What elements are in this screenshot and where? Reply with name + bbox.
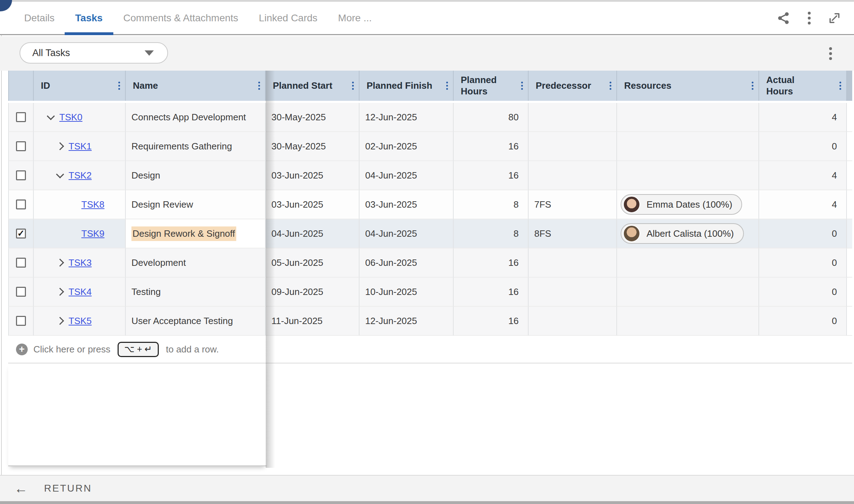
col-planned-hours[interactable]: Planned Hours [454,71,529,101]
tab-comments-attachments[interactable]: Comments & Attachments [123,2,238,34]
expand-chevron-icon[interactable] [56,170,64,179]
planned-hours-cell[interactable]: 16 [454,278,529,307]
task-id-link[interactable]: TSK5 [69,316,92,327]
row-select-cell[interactable] [8,103,34,132]
actual-hours-cell[interactable]: 0 [759,307,847,336]
task-id-cell[interactable]: TSK5 [34,307,126,336]
task-name-cell[interactable]: Testing [126,278,266,307]
task-filter-dropdown[interactable]: All Tasks [20,42,168,64]
expand-chevron-icon[interactable] [56,142,64,150]
column-menu-icon[interactable] [610,85,611,87]
predecessor-cell[interactable] [529,103,617,132]
predecessor-cell[interactable] [529,161,617,190]
planned-hours-cell[interactable]: 16 [454,307,529,336]
row-checkbox[interactable] [16,316,26,326]
predecessor-cell[interactable] [529,307,617,336]
resource-chip[interactable]: Emma Dates (100%) [621,194,742,215]
task-name-cell[interactable]: Design Review [126,190,266,219]
planned-finish-cell[interactable]: 03-Jun-2025 [360,190,454,219]
planned-finish-cell[interactable]: 12-Jun-2025 [360,307,454,336]
task-id-cell[interactable]: TSK0 [34,103,126,132]
actual-hours-cell[interactable]: 4 [759,161,847,190]
row-select-cell[interactable] [8,248,34,278]
row-select-cell[interactable] [8,307,34,336]
col-id[interactable]: ID [34,71,126,101]
task-id-link[interactable]: TSK1 [69,141,92,152]
task-name-cell[interactable]: Design [126,161,266,190]
resources-cell[interactable] [617,161,759,190]
tab-details[interactable]: Details [24,2,55,34]
task-id-cell[interactable]: TSK2 [34,161,126,190]
row-checkbox[interactable] [16,287,26,297]
task-id-link[interactable]: TSK3 [69,257,92,268]
task-id-cell[interactable]: TSK4 [34,278,126,307]
task-name-cell[interactable]: Design Rework & Signoff [126,219,266,248]
actual-hours-cell[interactable]: 0 [759,278,847,307]
task-name-cell[interactable]: Requirements Gathering [126,132,266,161]
planned-start-cell[interactable]: 03-Jun-2025 [266,161,360,190]
column-menu-icon[interactable] [118,85,120,87]
resources-cell[interactable] [617,278,759,307]
planned-start-cell[interactable]: 09-Jun-2025 [266,278,360,307]
column-menu-icon[interactable] [839,85,841,87]
resources-cell[interactable]: Albert Calista (100%) [617,219,759,248]
resources-cell[interactable] [617,103,759,132]
row-select-cell[interactable] [8,190,34,219]
planned-hours-cell[interactable]: 16 [454,132,529,161]
column-menu-icon[interactable] [521,85,523,87]
row-select-cell[interactable] [8,161,34,190]
actual-hours-cell[interactable]: 0 [759,219,847,248]
task-id-cell[interactable]: TSK1 [34,132,126,161]
task-name-cell[interactable]: User Acceptance Testing [126,307,266,336]
planned-hours-cell[interactable]: 80 [454,103,529,132]
task-id-cell[interactable]: TSK3 [34,248,126,278]
row-checkbox[interactable] [16,258,26,268]
resources-cell[interactable] [617,307,759,336]
planned-start-cell[interactable]: 11-Jun-2025 [266,307,360,336]
column-menu-icon[interactable] [752,85,753,87]
actual-hours-cell[interactable]: 4 [759,190,847,219]
row-checkbox[interactable] [16,112,26,122]
col-actual-hours[interactable]: Actual Hours [759,71,847,101]
expand-chevron-icon[interactable] [56,259,64,267]
col-planned-finish[interactable]: Planned Finish [360,71,454,101]
actual-hours-cell[interactable]: 0 [759,132,847,161]
expand-chevron-icon[interactable] [47,112,55,120]
column-menu-icon[interactable] [446,85,448,87]
task-id-link[interactable]: TSK8 [81,199,104,210]
resources-cell[interactable] [617,248,759,278]
planned-finish-cell[interactable]: 12-Jun-2025 [360,103,454,132]
planned-finish-cell[interactable]: 06-Jun-2025 [360,248,454,278]
planned-start-cell[interactable]: 30-May-2025 [266,132,360,161]
task-id-link[interactable]: TSK2 [69,170,92,181]
task-id-link[interactable]: TSK0 [59,112,82,123]
planned-finish-cell[interactable]: 02-Jun-2025 [360,132,454,161]
row-checkbox[interactable] [16,229,26,239]
actual-hours-cell[interactable]: 4 [759,103,847,132]
expand-icon[interactable] [827,11,842,26]
more-options-icon[interactable] [808,17,811,20]
row-checkbox[interactable] [16,141,26,151]
column-menu-icon[interactable] [352,85,354,87]
tab-linked-cards[interactable]: Linked Cards [259,2,318,34]
planned-finish-cell[interactable]: 10-Jun-2025 [360,278,454,307]
column-menu-icon[interactable] [258,85,260,87]
add-row-button[interactable]: + Click here or press ⌥ + ↵ to add a row… [8,336,266,363]
predecessor-cell[interactable] [529,248,617,278]
expand-chevron-icon[interactable] [56,288,64,296]
tab-tasks[interactable]: Tasks [75,2,103,34]
row-select-cell[interactable] [8,278,34,307]
task-id-cell[interactable]: TSK8 [34,190,126,219]
share-icon[interactable] [777,11,791,26]
predecessor-cell[interactable] [529,132,617,161]
task-id-link[interactable]: TSK9 [81,228,104,239]
predecessor-cell[interactable]: 8FS [529,219,617,248]
task-id-cell[interactable]: TSK9 [34,219,126,248]
planned-start-cell[interactable]: 30-May-2025 [266,103,360,132]
task-name-cell[interactable]: Connects App Development [126,103,266,132]
resources-cell[interactable] [617,132,759,161]
predecessor-cell[interactable] [529,278,617,307]
col-resources[interactable]: Resources [617,71,759,101]
planned-finish-cell[interactable]: 04-Jun-2025 [360,219,454,248]
tab-more[interactable]: More ... [338,2,372,34]
